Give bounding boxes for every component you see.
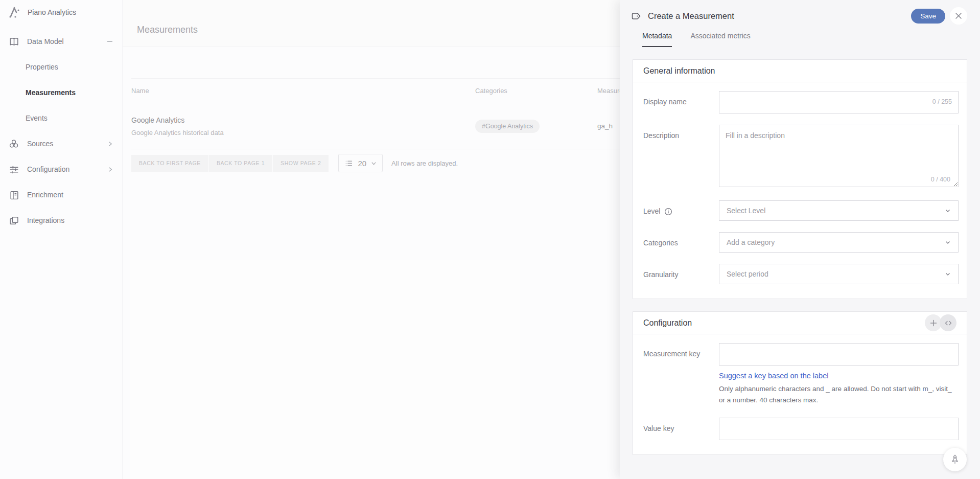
level-field: Level Select Level	[643, 200, 959, 221]
sidebar-item-data-model[interactable]: Data Model	[0, 29, 122, 54]
book-icon	[8, 36, 19, 47]
page-title: Measurements	[123, 25, 198, 47]
column-header-categories: Categories	[469, 87, 597, 95]
cell-categories: #Google Analytics	[469, 120, 597, 133]
general-information-header: General information	[633, 60, 967, 82]
granularity-control: Select period	[719, 264, 959, 284]
description-field: Description 0 / 400	[643, 125, 959, 189]
piano-analytics-logo-icon	[8, 6, 21, 19]
sources-cluster-icon	[8, 138, 19, 149]
description-counter: 0 / 400	[931, 176, 950, 183]
chevron-down-icon	[945, 271, 951, 277]
level-select[interactable]: Select Level	[719, 200, 959, 221]
display-name-input[interactable]	[719, 91, 959, 113]
suggest-key-link[interactable]: Suggest a key based on the label	[719, 372, 828, 380]
general-information-body: Display name 0 / 255 Description 0 / 400	[633, 82, 967, 299]
level-label-wrap: Level	[643, 200, 719, 221]
sidebar-item-label: Properties	[26, 63, 58, 71]
app-title: Piano Analytics	[28, 8, 76, 16]
logo[interactable]: Piano Analytics	[0, 0, 122, 25]
measurement-key-field: Measurement key Suggest a key based on t…	[643, 343, 959, 406]
list-icon	[344, 159, 353, 168]
value-key-control	[719, 418, 959, 440]
level-placeholder: Select Level	[727, 207, 765, 215]
chevron-down-icon	[945, 208, 951, 214]
measurement-name: Google Analytics	[131, 116, 469, 124]
sidebar-item-label: Sources	[27, 140, 53, 148]
configuration-body: Measurement key Suggest a key based on t…	[633, 334, 967, 454]
sidebar-item-label: Configuration	[27, 165, 69, 173]
sidebar-item-configuration[interactable]: Configuration	[0, 156, 122, 182]
sidebar-item-properties[interactable]: Properties	[0, 54, 122, 80]
categories-label: Categories	[643, 232, 719, 253]
enrichment-panel-icon	[8, 189, 19, 200]
info-icon[interactable]	[664, 207, 672, 221]
granularity-label: Granularity	[643, 264, 719, 284]
display-name-label: Display name	[643, 91, 719, 113]
drawer-title: Create a Measurement	[648, 11, 734, 21]
value-key-label: Value key	[643, 418, 719, 440]
level-label: Level	[643, 207, 660, 221]
save-button[interactable]: Save	[911, 9, 945, 24]
code-icon[interactable]	[940, 314, 956, 331]
sidebar-nav: Data Model Properties Measurements Event…	[0, 29, 122, 233]
display-name-counter: 0 / 255	[932, 98, 952, 105]
rocket-icon[interactable]	[943, 448, 967, 471]
sidebar-item-label: Measurements	[26, 88, 76, 97]
tab-metadata[interactable]: Metadata	[642, 32, 672, 47]
measurement-key-input[interactable]	[719, 343, 959, 366]
tab-associated-metrics[interactable]: Associated metrics	[690, 32, 750, 47]
level-control: Select Level	[719, 200, 959, 221]
section-title: Configuration	[643, 318, 692, 328]
sidebar-item-label: Events	[26, 114, 48, 122]
collapse-minus-icon[interactable]	[107, 38, 113, 44]
sliders-icon	[8, 164, 19, 175]
measurement-key-label: Measurement key	[643, 343, 719, 406]
granularity-field: Granularity Select period	[643, 264, 959, 284]
sidebar-item-sources[interactable]: Sources	[0, 131, 122, 156]
section-title: General information	[643, 66, 715, 76]
sidebar-item-enrichment[interactable]: Enrichment	[0, 182, 122, 208]
drawer-body: General information Display name 0 / 255…	[620, 59, 980, 455]
page-size-value: 20	[358, 159, 366, 168]
general-information-card: General information Display name 0 / 255…	[633, 59, 967, 299]
table-header-row: Name Categories Measurement key	[131, 78, 704, 103]
table-row[interactable]: Google Analytics Google Analytics histor…	[131, 103, 704, 149]
back-to-first-page-button[interactable]: BACK TO FIRST PAGE	[131, 155, 208, 172]
column-header-name: Name	[131, 87, 469, 95]
sidebar-item-measurements[interactable]: Measurements	[0, 80, 122, 105]
drawer-tabs: Metadata Associated metrics	[620, 32, 980, 47]
chevron-down-icon	[945, 239, 951, 245]
sidebar-item-label: Integrations	[27, 216, 64, 224]
granularity-select[interactable]: Select period	[719, 264, 959, 284]
show-page-2-button[interactable]: SHOW PAGE 2	[273, 155, 329, 172]
description-textarea[interactable]	[719, 125, 959, 187]
granularity-placeholder: Select period	[727, 270, 768, 278]
categories-field: Categories Add a category	[643, 232, 959, 253]
categories-control: Add a category	[719, 232, 959, 253]
category-chip: #Google Analytics	[475, 120, 540, 133]
app-root: Piano Analytics Data Model Properties	[0, 0, 980, 479]
back-to-page-1-button[interactable]: BACK TO PAGE 1	[209, 155, 272, 172]
sidebar-item-label: Enrichment	[27, 191, 63, 199]
sidebar-item-integrations[interactable]: Integrations	[0, 208, 122, 233]
measurement-key-control: Suggest a key based on the label Only al…	[719, 343, 959, 406]
categories-select[interactable]: Add a category	[719, 232, 959, 253]
sidebar: Piano Analytics Data Model Properties	[0, 0, 123, 479]
chevron-right-icon	[107, 141, 113, 147]
close-icon[interactable]	[950, 7, 967, 25]
measurements-table: Name Categories Measurement key Google A…	[131, 78, 704, 149]
sidebar-item-events[interactable]: Events	[0, 105, 122, 131]
cell-name: Google Analytics Google Analytics histor…	[131, 116, 469, 136]
page-size-select[interactable]: 20	[338, 154, 383, 172]
integrations-stack-icon	[8, 215, 19, 226]
description-label: Description	[643, 125, 719, 189]
tag-icon	[631, 11, 641, 21]
sidebar-item-label: Data Model	[27, 37, 64, 45]
value-key-input[interactable]	[719, 418, 959, 440]
pagination-buttons: BACK TO FIRST PAGE BACK TO PAGE 1 SHOW P…	[131, 155, 329, 172]
categories-placeholder: Add a category	[727, 238, 775, 246]
chevron-down-icon	[371, 161, 377, 166]
display-name-control: 0 / 255	[719, 91, 959, 113]
configuration-header: Configuration	[633, 312, 967, 334]
